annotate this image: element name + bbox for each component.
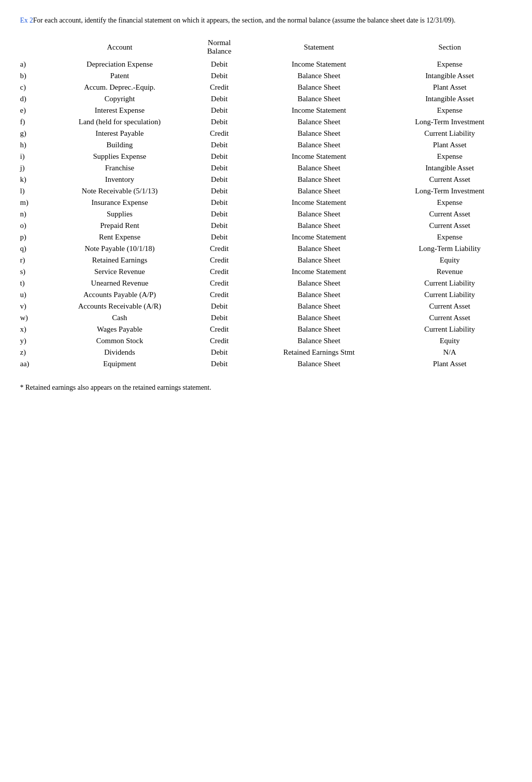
table-row: q)Note Payable (10/1/18)CreditBalance Sh… [20,243,512,254]
row-statement: Balance Sheet [250,254,387,266]
row-statement: Income Statement [250,231,387,243]
row-statement: Balance Sheet [250,220,387,231]
row-account: Depreciation Expense [51,59,188,70]
row-statement: Balance Sheet [250,162,387,174]
row-id: i) [20,151,51,162]
row-normal-balance: Credit [188,82,250,93]
table-row: i)Supplies ExpenseDebitIncome StatementE… [20,151,512,162]
row-normal-balance: Debit [188,70,250,82]
row-section: Expense [387,197,512,208]
table-row: s)Service RevenueCreditIncome StatementR… [20,266,512,278]
row-statement: Balance Sheet [250,70,387,82]
row-statement: Balance Sheet [250,301,387,312]
table-row: e)Interest ExpenseDebitIncome StatementE… [20,105,512,116]
table-row: v)Accounts Receivable (A/R)DebitBalance … [20,301,512,312]
intro-text: Ex 2For each account, identify the finan… [20,15,512,26]
row-statement: Retained Earnings Stmt [250,347,387,358]
header-label [20,38,51,59]
row-normal-balance: Debit [188,301,250,312]
row-statement: Balance Sheet [250,116,387,128]
row-normal-balance: Credit [188,243,250,254]
row-normal-balance: Debit [188,185,250,197]
row-id: aa) [20,358,51,370]
row-normal-balance: Debit [188,151,250,162]
row-section: Revenue [387,266,512,278]
row-account: Interest Payable [51,128,188,139]
row-id: o) [20,220,51,231]
row-section: Current Asset [387,301,512,312]
row-id: w) [20,312,51,324]
table-row: w)CashDebitBalance SheetCurrent Asset [20,312,512,324]
row-statement: Balance Sheet [250,82,387,93]
table-row: z)DividendsDebitRetained Earnings StmtN/… [20,347,512,358]
table-row: o)Prepaid RentDebitBalance SheetCurrent … [20,220,512,231]
row-id: q) [20,243,51,254]
row-normal-balance: Debit [188,312,250,324]
row-account: Note Payable (10/1/18) [51,243,188,254]
table-row: b)PatentDebitBalance SheetIntangible Ass… [20,70,512,82]
exercise-label: Ex 2 [20,17,33,24]
row-id: m) [20,197,51,208]
row-id: g) [20,128,51,139]
row-account: Patent [51,70,188,82]
row-section: Expense [387,231,512,243]
row-section: Equity [387,254,512,266]
table-row: j)FranchiseDebitBalance SheetIntangible … [20,162,512,174]
row-id: h) [20,139,51,151]
row-statement: Income Statement [250,59,387,70]
table-row: u)Accounts Payable (A/P)CreditBalance Sh… [20,289,512,301]
row-section: Plant Asset [387,139,512,151]
row-statement: Balance Sheet [250,324,387,335]
row-normal-balance: Debit [188,220,250,231]
row-section: Current Liability [387,289,512,301]
table-row: aa)EquipmentDebitBalance SheetPlant Asse… [20,358,512,370]
row-account: Building [51,139,188,151]
row-account: Inventory [51,174,188,185]
row-normal-balance: Credit [188,278,250,289]
table-row: x)Wages PayableCreditBalance SheetCurren… [20,324,512,335]
row-normal-balance: Debit [188,162,250,174]
row-normal-balance: Debit [188,208,250,220]
row-id: b) [20,70,51,82]
row-normal-balance: Debit [188,139,250,151]
row-id: x) [20,324,51,335]
row-normal-balance: Debit [188,105,250,116]
row-account: Accum. Deprec.-Equip. [51,82,188,93]
table-row: d)CopyrightDebitBalance SheetIntangible … [20,93,512,105]
row-statement: Income Statement [250,197,387,208]
row-normal-balance: Debit [188,116,250,128]
row-id: d) [20,93,51,105]
row-account: Rent Expense [51,231,188,243]
row-id: n) [20,208,51,220]
row-section: N/A [387,347,512,358]
row-section: Long-Term Investment [387,116,512,128]
row-normal-balance: Credit [188,289,250,301]
row-account: Land (held for speculation) [51,116,188,128]
row-statement: Balance Sheet [250,185,387,197]
row-section: Expense [387,151,512,162]
row-id: f) [20,116,51,128]
row-normal-balance: Debit [188,174,250,185]
row-account: Prepaid Rent [51,220,188,231]
row-account: Note Receivable (5/1/13) [51,185,188,197]
table-row: r)Retained EarningsCreditBalance SheetEq… [20,254,512,266]
row-account: Retained Earnings [51,254,188,266]
row-id: u) [20,289,51,301]
row-statement: Balance Sheet [250,93,387,105]
row-normal-balance: Debit [188,197,250,208]
row-account: Cash [51,312,188,324]
row-statement: Balance Sheet [250,208,387,220]
row-normal-balance: Debit [188,347,250,358]
footnote: * Retained earnings also appears on the … [20,384,512,392]
row-normal-balance: Credit [188,254,250,266]
row-statement: Income Statement [250,151,387,162]
table-row: c)Accum. Deprec.-Equip.CreditBalance She… [20,82,512,93]
row-id: p) [20,231,51,243]
row-normal-balance: Debit [188,231,250,243]
row-id: r) [20,254,51,266]
row-statement: Balance Sheet [250,128,387,139]
table-row: k)InventoryDebitBalance SheetCurrent Ass… [20,174,512,185]
row-statement: Balance Sheet [250,174,387,185]
table-row: m)Insurance ExpenseDebitIncome Statement… [20,197,512,208]
header-section: Section [387,38,512,59]
